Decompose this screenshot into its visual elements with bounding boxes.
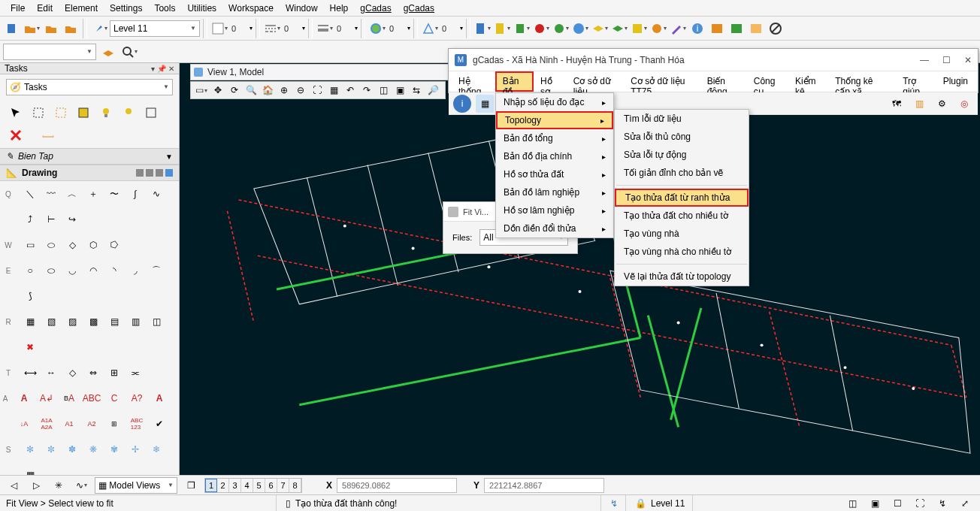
snow6-icon[interactable]: ✢ [126, 440, 144, 458]
vt-grid-icon[interactable]: ▦ [326, 83, 341, 98]
vt-pan-icon[interactable]: ✥ [210, 83, 225, 98]
sm-taothuadatnhieuto[interactable]: Tạo thửa đất cho nhiều tờ [615, 207, 749, 225]
snow2-icon[interactable]: ✼ [42, 440, 60, 458]
gct-map-icon[interactable]: 🗺 [888, 95, 906, 113]
menu-file[interactable]: File [5, 2, 31, 15]
polyline-icon[interactable]: 〰 [42, 185, 60, 203]
gcm-biendong[interactable]: Biến động [700, 71, 747, 92]
measure-icon[interactable] [29, 125, 68, 145]
table-orange-icon[interactable] [708, 20, 726, 38]
dd-bandolamnghiep[interactable]: Bản đồ lâm nghiệp▸ [496, 183, 613, 201]
gcadas-max-icon[interactable]: ☐ [942, 55, 951, 65]
arrow-icon[interactable] [6, 103, 26, 122]
menu-gcadas-2[interactable]: gCadas [398, 2, 440, 15]
dim5-icon[interactable]: ⊞ [105, 364, 123, 382]
snow7-icon[interactable]: ❄ [147, 440, 165, 458]
vt-swap-icon[interactable]: ⇆ [409, 83, 424, 98]
textA2-icon[interactable]: A↲ [38, 389, 56, 407]
hatch5-icon[interactable]: ▤ [105, 313, 123, 331]
curve-icon[interactable]: 〜 [105, 185, 123, 203]
arc-icon[interactable]: ◡ [63, 262, 81, 280]
sm-timloi[interactable]: Tìm lỗi dữ liệu [615, 110, 749, 128]
textedit2-icon[interactable]: A1AA2A [38, 415, 56, 433]
ellipse-icon[interactable]: ⬭ [42, 262, 60, 280]
sm-sualoithucong[interactable]: Sửa lỗi thủ công [615, 128, 749, 146]
vt-select-icon[interactable]: ▭ ▾ [194, 83, 209, 98]
menu-window[interactable]: Window [280, 2, 324, 15]
hatch4-icon[interactable]: ▩ [84, 313, 102, 331]
vt-win2-icon[interactable]: ▣ [392, 83, 407, 98]
layers-green-icon[interactable]: ▾ [610, 20, 628, 38]
hatch6-icon[interactable]: ▥ [126, 313, 144, 331]
grid-orange-icon[interactable] [747, 20, 765, 38]
menu-workspace[interactable]: Workspace [222, 2, 280, 15]
model-views-combo[interactable]: ▦ Model Views [95, 477, 177, 494]
dim6-icon[interactable]: ⫘ [126, 364, 144, 382]
gear-red-icon[interactable]: ▾ [532, 20, 550, 38]
table-green-icon[interactable] [727, 20, 746, 38]
dd-bandodiachinh[interactable]: Bản đồ địa chính▸ [496, 147, 613, 165]
arc5-icon[interactable]: ⌒ [147, 262, 165, 280]
dim3-icon[interactable]: ◇ [63, 364, 81, 382]
fb-copy-icon[interactable]: ❐ [182, 476, 200, 494]
gcm-csdl[interactable]: Cơ sở dữ liệu [567, 71, 624, 92]
gcm-bando[interactable]: Bản đồ [495, 71, 534, 92]
open-icon[interactable]: ▾ [23, 20, 41, 38]
gcm-trogiup[interactable]: Trợ giúp [896, 71, 936, 92]
dd-hosolamnghiep[interactable]: Hồ sơ lâm nghiệp▸ [496, 201, 613, 219]
textA4-icon[interactable]: A [150, 389, 168, 407]
fb-end2-icon[interactable]: ▣ [866, 494, 884, 512]
ext-icon[interactable]: ↪ [63, 210, 81, 228]
sm-taothuadatranh[interactable]: Tạo thửa đất từ ranh thửa [615, 189, 749, 207]
sm-velaithuadat[interactable]: Vẽ lại thửa đất từ topology [615, 268, 749, 286]
cancel-icon[interactable] [767, 20, 785, 38]
prism-icon[interactable]: ▾ [421, 20, 439, 38]
rect-icon[interactable]: ▭ [21, 236, 39, 254]
gcadas-titlebar[interactable]: gCadas - Xã Hà Ninh - Huyện Hà Trung - T… [449, 49, 978, 71]
tasks-combo[interactable]: 🧭Tasks [6, 79, 173, 95]
snow1-icon[interactable]: ✻ [21, 440, 39, 458]
x-coord-input[interactable] [337, 478, 457, 493]
tool-purple-icon[interactable]: ▾ [669, 20, 687, 38]
menu-settings[interactable]: Settings [104, 2, 148, 15]
sel-rect-icon[interactable] [29, 103, 48, 122]
gcm-congcu[interactable]: Công cụ [747, 71, 788, 92]
layers-yellow-icon[interactable]: ▾ [591, 20, 609, 38]
sel-rect3-icon[interactable] [141, 103, 161, 122]
arcn-icon[interactable]: ◝ [105, 262, 123, 280]
footer-numpad[interactable]: 1234 5678 [204, 478, 302, 493]
snow5-icon[interactable]: ✾ [105, 440, 123, 458]
hatch3-icon[interactable]: ▨ [63, 313, 81, 331]
clipboard-icon[interactable]: ▾ [513, 20, 531, 38]
section-drawing[interactable]: 📐 Drawing [0, 165, 179, 181]
snow4-icon[interactable]: ❋ [84, 440, 102, 458]
textB-icon[interactable]: BA [60, 389, 78, 407]
save-icon[interactable] [42, 20, 60, 38]
hex-icon[interactable]: ⬡ [84, 236, 102, 254]
textedit5-icon[interactable]: ⊞ [105, 415, 123, 433]
textedit3-icon[interactable]: A1 [60, 415, 78, 433]
gcm-plugin[interactable]: Plugin [936, 71, 975, 92]
layer-find-icon[interactable]: ▾ [120, 43, 138, 61]
bulb-icon[interactable] [96, 103, 116, 122]
new-icon[interactable] [3, 20, 21, 38]
fb-ax-icon[interactable]: ✳ [50, 476, 68, 494]
menu-tools[interactable]: Tools [148, 2, 181, 15]
gcadas-close-icon[interactable]: ✕ [964, 55, 972, 65]
section-bientap[interactable]: ✎ Bien Tap ▼ [0, 148, 179, 165]
textedit4-icon[interactable]: A2 [83, 415, 101, 433]
view-mode-icons[interactable] [136, 169, 173, 177]
book-yellow-icon[interactable]: ▾ [630, 20, 648, 38]
textABC-icon[interactable]: ABC [83, 389, 101, 407]
poly-icon[interactable]: ◇ [63, 236, 81, 254]
tasks-header-icons[interactable]: ▾ 📌 ✕ [151, 65, 174, 73]
sm-sualoitudong[interactable]: Sửa lỗi tự động [615, 146, 749, 164]
dim2-icon[interactable]: ↔ [42, 364, 60, 382]
fb-end3-icon[interactable]: ☐ [888, 494, 906, 512]
level-combo[interactable]: Level 11 [110, 20, 200, 37]
vt-zoomout-icon[interactable]: ⊖ [293, 83, 308, 98]
fillet-icon[interactable]: ⟆ [21, 287, 39, 305]
wave-icon[interactable]: ∿ [147, 185, 165, 203]
dim1-icon[interactable]: ⟷ [21, 364, 39, 382]
snap-icon[interactable]: ↯ [610, 498, 618, 509]
